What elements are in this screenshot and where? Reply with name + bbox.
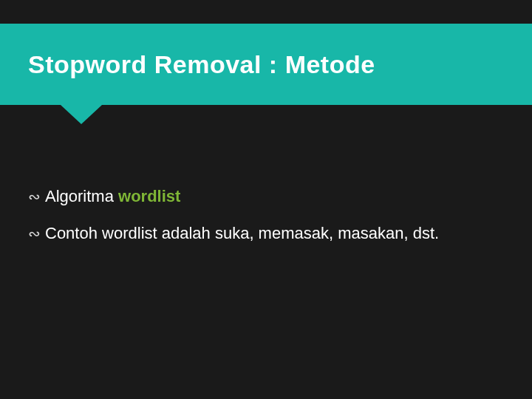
bullet-text: Contoh wordlist adalah suka, memasak, ma… xyxy=(45,222,504,245)
tilde-bullet-icon: ∾ xyxy=(28,186,41,208)
title-band: Stopword Removal : Metode xyxy=(0,24,532,105)
bullet-text: Algoritma wordlist xyxy=(45,185,504,208)
bullet-item: ∾ Algoritma wordlist xyxy=(28,185,504,208)
notch-pointer-icon xyxy=(61,105,102,124)
slide-title: Stopword Removal : Metode xyxy=(0,50,375,79)
tilde-bullet-icon: ∾ xyxy=(28,223,41,245)
bullet-item: ∾ Contoh wordlist adalah suka, memasak, … xyxy=(28,222,504,245)
bullet-pre: Contoh wordlist adalah suka, memasak, ma… xyxy=(45,224,439,242)
content-area: ∾ Algoritma wordlist ∾ Contoh wordlist a… xyxy=(28,185,504,259)
bullet-pre: Algoritma xyxy=(45,187,118,205)
bullet-highlight: wordlist xyxy=(118,187,180,205)
slide: Stopword Removal : Metode ∾ Algoritma wo… xyxy=(0,0,532,399)
